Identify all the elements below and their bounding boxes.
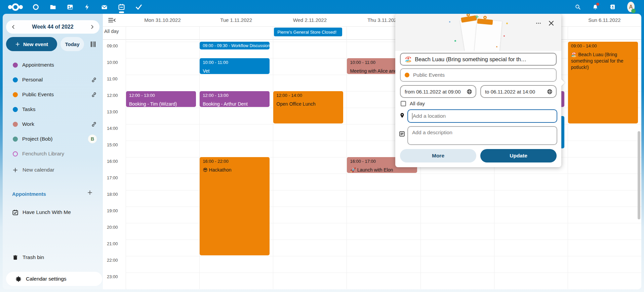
appointments-heading: Appointments xyxy=(12,191,46,197)
event-block[interactable]: 10:00 - 11:00Vet xyxy=(200,58,270,74)
week-label: Week 44 of 2022 xyxy=(32,24,73,30)
hour-label: 17:00 xyxy=(107,175,118,180)
calendar-color-dot xyxy=(13,122,18,127)
description-placeholder: Add a description xyxy=(412,130,452,136)
calendar-list-item[interactable]: Appointments xyxy=(3,58,103,72)
calendar-list-item[interactable]: Fenchurch Library xyxy=(3,147,103,160)
vertical-scrollbar[interactable] xyxy=(638,131,640,219)
hour-label: 16:00 xyxy=(107,159,118,164)
event-edit-popup: 🏖️ Beach Luau (Bring something special f… xyxy=(395,14,561,167)
add-appointment-config-button[interactable] xyxy=(85,188,95,198)
event-block[interactable]: 12:00 - 13:00Booking - Arthur Dent xyxy=(200,91,270,107)
calendar-list-item[interactable]: Tasks xyxy=(3,103,103,116)
hour-label: 21:00 xyxy=(107,241,118,246)
circles-app-icon[interactable] xyxy=(30,1,41,12)
calendar-list-item[interactable]: Work xyxy=(3,117,103,131)
new-event-label: New event xyxy=(23,41,48,47)
next-week-button[interactable] xyxy=(87,22,97,32)
event-block[interactable]: 12:00 - 13:00Booking - Tim (Wizard) xyxy=(126,91,196,107)
appointment-config-label: Have Lunch With Me xyxy=(23,209,71,215)
contacts-icon[interactable] xyxy=(608,2,618,12)
event-label: 09:00 - 09:30 - Workflow Discussion xyxy=(203,43,267,48)
day-header[interactable]: Wed 2.11.2022 xyxy=(273,14,347,26)
calendar-list-item[interactable]: Personal xyxy=(3,73,103,86)
hour-line xyxy=(126,75,641,75)
hour-line xyxy=(126,256,641,256)
all-day-label: All day xyxy=(410,101,425,106)
calendar-list-item[interactable]: Project (Bob)B xyxy=(3,132,103,146)
calendar-owner-badge: B xyxy=(88,135,97,143)
hour-line xyxy=(126,272,641,273)
event-time: 12:00 - 13:00 xyxy=(129,93,193,98)
photos-app-icon[interactable] xyxy=(65,1,76,12)
user-avatar[interactable]: A xyxy=(625,2,637,12)
calendar-sidebar: Week 44 of 2022 New event Today Appointm… xyxy=(3,14,103,289)
event-time: 09:00 - 14:00 xyxy=(571,43,635,48)
popup-more-actions-icon[interactable] xyxy=(534,19,543,28)
activity-app-icon[interactable] xyxy=(82,1,93,12)
tasks-app-icon[interactable] xyxy=(133,1,144,12)
event-block[interactable]: 16:00 - 22:00😎 Hackathon xyxy=(200,157,270,255)
today-button[interactable]: Today xyxy=(61,37,84,51)
all-day-row-label: All day xyxy=(104,29,119,34)
files-app-icon[interactable] xyxy=(47,1,58,12)
plus-icon xyxy=(15,42,20,47)
event-title-input[interactable]: 🏖️ Beach Luau (Bring something special f… xyxy=(400,53,557,66)
update-button[interactable]: Update xyxy=(480,149,557,162)
event-time: 10:00 - 11:00 xyxy=(203,60,267,65)
calendar-color-dot xyxy=(405,73,409,77)
event-title: Booking - Arthur Dent xyxy=(203,101,267,107)
hour-label: 09:00 xyxy=(107,43,118,48)
event-time: 16:00 - 22:00 xyxy=(203,159,267,164)
search-icon[interactable] xyxy=(573,2,583,12)
avatar: B xyxy=(88,135,97,143)
trash-bin-item[interactable]: Trash bin xyxy=(3,251,103,264)
all-day-event[interactable]: Pierre's General Store Closed! xyxy=(274,28,342,36)
previous-week-button[interactable] xyxy=(8,22,19,32)
nextcloud-logo xyxy=(7,1,24,12)
hour-label: 22:00 xyxy=(107,258,118,263)
description-input[interactable]: Add a description xyxy=(407,126,557,145)
app-content: Week 44 of 2022 New event Today Appointm… xyxy=(3,14,641,289)
location-placeholder: Add a location xyxy=(413,113,446,119)
description-icon xyxy=(399,131,405,137)
notifications-bell-icon[interactable] xyxy=(590,2,600,12)
new-calendar-button[interactable]: New calendar xyxy=(3,163,103,177)
start-datetime-input[interactable]: from 06.11.2022 at 09:00 xyxy=(400,85,476,98)
view-mode-icon[interactable] xyxy=(89,40,97,48)
shared-link-icon xyxy=(91,92,97,98)
event-block[interactable]: 09:00 - 14:00🏖️ Beach Luau (Bring someth… xyxy=(568,42,638,123)
notification-dot xyxy=(596,3,599,6)
collapse-all-day-icon[interactable] xyxy=(108,17,116,24)
new-event-button[interactable]: New event xyxy=(6,37,57,51)
day-header[interactable]: Tue 1.11.2022 xyxy=(199,14,273,26)
calendar-week-view: All day Mon 31.10.2022Tue 1.11.2022Wed 2… xyxy=(103,14,641,289)
all-day-checkbox-row[interactable]: All day xyxy=(401,101,425,106)
calendar-color-dot xyxy=(13,151,18,156)
calendar-app-icon[interactable] xyxy=(116,1,127,12)
all-day-checkbox[interactable] xyxy=(401,101,406,106)
calendar-color-dot xyxy=(13,92,18,97)
trash-icon xyxy=(12,254,18,261)
appointment-config-item[interactable]: Have Lunch With Me xyxy=(3,206,103,219)
calendar-select[interactable]: Public Events xyxy=(400,68,557,82)
mail-app-icon[interactable] xyxy=(99,1,110,12)
calendar-list-item[interactable]: Public Events xyxy=(3,88,103,101)
column-divider xyxy=(126,26,126,289)
timezone-globe-icon xyxy=(467,89,472,95)
calendar-color-dot xyxy=(13,77,18,82)
more-button[interactable]: More xyxy=(400,149,476,162)
hour-label: 11:00 xyxy=(107,76,118,81)
location-input[interactable]: Add a location xyxy=(407,109,557,123)
timezone-globe-icon xyxy=(547,89,553,95)
popup-close-icon[interactable] xyxy=(547,19,556,28)
day-header[interactable]: Mon 31.10.2022 xyxy=(126,14,199,26)
event-block[interactable]: 12:00 - 14:00Open Office Lunch xyxy=(273,91,343,123)
event-title-text: Beach Luau (Bring something special for … xyxy=(415,56,526,63)
calendar-settings-button[interactable]: Calendar settings xyxy=(6,272,102,286)
week-navigation: Week 44 of 2022 xyxy=(6,20,99,34)
event-title: Vet xyxy=(203,68,267,74)
day-header[interactable]: Sun 6.11.2022 xyxy=(568,14,641,26)
end-datetime-input[interactable]: to 06.11.2022 at 14:00 xyxy=(480,85,557,98)
event-block[interactable]: 09:00 - 09:30 - Workflow Discussion xyxy=(200,42,270,49)
